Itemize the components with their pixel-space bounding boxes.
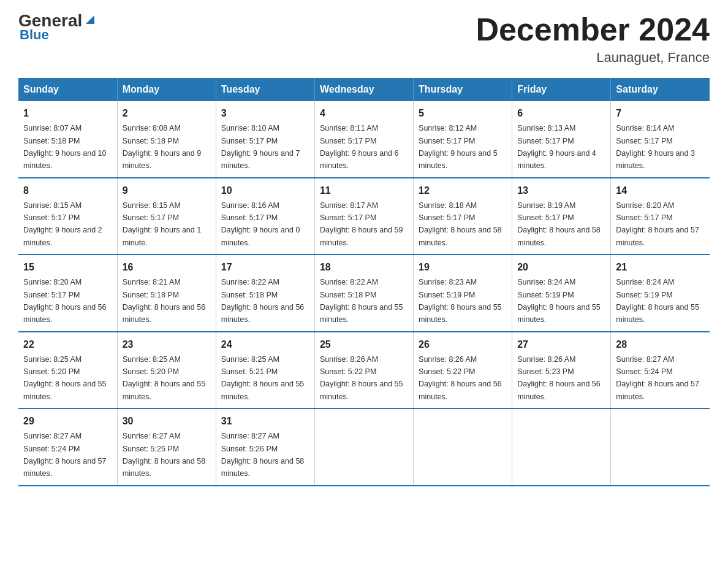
calendar-day-cell: 27 Sunrise: 8:26 AMSunset: 5:23 PMDaylig…: [512, 332, 611, 409]
day-number: 27: [517, 337, 605, 352]
calendar-day-cell: [512, 408, 611, 486]
calendar-day-cell: 8 Sunrise: 8:15 AMSunset: 5:17 PMDayligh…: [18, 178, 117, 255]
day-info: Sunrise: 8:27 AMSunset: 5:25 PMDaylight:…: [123, 432, 206, 478]
day-number: 2: [123, 106, 211, 121]
weekday-header-friday: Friday: [512, 78, 611, 101]
day-info: Sunrise: 8:12 AMSunset: 5:17 PMDaylight:…: [419, 124, 498, 170]
calendar-day-cell: 4 Sunrise: 8:11 AMSunset: 5:17 PMDayligh…: [314, 101, 413, 178]
calendar-day-cell: [611, 408, 710, 486]
day-info: Sunrise: 8:26 AMSunset: 5:22 PMDaylight:…: [419, 355, 502, 401]
day-number: 17: [221, 260, 309, 275]
day-number: 4: [320, 106, 408, 121]
day-info: Sunrise: 8:27 AMSunset: 5:26 PMDaylight:…: [221, 432, 305, 478]
day-number: 25: [320, 337, 408, 352]
day-number: 24: [221, 337, 309, 352]
logo: General Blue: [18, 12, 97, 43]
calendar-day-cell: [414, 408, 512, 486]
day-info: Sunrise: 8:20 AMSunset: 5:17 PMDaylight:…: [23, 278, 107, 324]
day-number: 31: [221, 414, 309, 429]
day-number: 15: [23, 260, 112, 275]
day-info: Sunrise: 8:08 AMSunset: 5:18 PMDaylight:…: [123, 124, 202, 170]
day-info: Sunrise: 8:22 AMSunset: 5:18 PMDaylight:…: [320, 278, 403, 324]
day-number: 22: [23, 337, 112, 352]
calendar-week-row: 8 Sunrise: 8:15 AMSunset: 5:17 PMDayligh…: [18, 178, 710, 255]
day-info: Sunrise: 8:07 AMSunset: 5:18 PMDaylight:…: [23, 124, 107, 170]
day-info: Sunrise: 8:25 AMSunset: 5:21 PMDaylight:…: [221, 355, 305, 401]
day-info: Sunrise: 8:17 AMSunset: 5:17 PMDaylight:…: [320, 201, 403, 247]
calendar-day-cell: 17 Sunrise: 8:22 AMSunset: 5:18 PMDaylig…: [216, 255, 314, 332]
weekday-header-monday: Monday: [117, 78, 216, 101]
day-number: 23: [123, 337, 211, 352]
calendar-day-cell: 13 Sunrise: 8:19 AMSunset: 5:17 PMDaylig…: [512, 178, 611, 255]
day-number: 26: [419, 337, 507, 352]
weekday-header-sunday: Sunday: [18, 78, 117, 101]
calendar-day-cell: 2 Sunrise: 8:08 AMSunset: 5:18 PMDayligh…: [117, 101, 216, 178]
calendar-week-row: 29 Sunrise: 8:27 AMSunset: 5:24 PMDaylig…: [18, 408, 710, 486]
title-block: December 2024 Launaguet, France: [476, 12, 710, 66]
calendar-day-cell: 31 Sunrise: 8:27 AMSunset: 5:26 PMDaylig…: [216, 408, 314, 486]
day-number: 13: [517, 183, 605, 198]
day-number: 11: [320, 183, 408, 198]
svg-marker-0: [86, 15, 94, 24]
calendar-day-cell: 10 Sunrise: 8:16 AMSunset: 5:17 PMDaylig…: [216, 178, 314, 255]
day-info: Sunrise: 8:18 AMSunset: 5:17 PMDaylight:…: [419, 201, 502, 247]
day-number: 6: [517, 106, 605, 121]
day-number: 9: [123, 183, 211, 198]
calendar-day-cell: 14 Sunrise: 8:20 AMSunset: 5:17 PMDaylig…: [611, 178, 710, 255]
weekday-header-thursday: Thursday: [414, 78, 512, 101]
calendar-day-cell: 11 Sunrise: 8:17 AMSunset: 5:17 PMDaylig…: [314, 178, 413, 255]
weekday-header-tuesday: Tuesday: [216, 78, 314, 101]
calendar-day-cell: 25 Sunrise: 8:26 AMSunset: 5:22 PMDaylig…: [314, 332, 413, 409]
day-info: Sunrise: 8:27 AMSunset: 5:24 PMDaylight:…: [23, 432, 107, 478]
day-number: 16: [123, 260, 211, 275]
logo-triangle-icon: [83, 13, 97, 26]
calendar-week-row: 1 Sunrise: 8:07 AMSunset: 5:18 PMDayligh…: [18, 101, 710, 178]
day-number: 10: [221, 183, 309, 198]
day-info: Sunrise: 8:10 AMSunset: 5:17 PMDaylight:…: [221, 124, 300, 170]
calendar-day-cell: 24 Sunrise: 8:25 AMSunset: 5:21 PMDaylig…: [216, 332, 314, 409]
day-info: Sunrise: 8:25 AMSunset: 5:20 PMDaylight:…: [123, 355, 206, 401]
day-number: 19: [419, 260, 507, 275]
day-info: Sunrise: 8:22 AMSunset: 5:18 PMDaylight:…: [221, 278, 305, 324]
day-info: Sunrise: 8:19 AMSunset: 5:17 PMDaylight:…: [517, 201, 601, 247]
day-number: 29: [23, 414, 112, 429]
calendar-day-cell: [314, 408, 413, 486]
day-number: 7: [616, 106, 705, 121]
logo-blue: Blue: [20, 27, 49, 43]
day-info: Sunrise: 8:24 AMSunset: 5:19 PMDaylight:…: [517, 278, 601, 324]
day-info: Sunrise: 8:25 AMSunset: 5:20 PMDaylight:…: [23, 355, 107, 401]
calendar-day-cell: 12 Sunrise: 8:18 AMSunset: 5:17 PMDaylig…: [414, 178, 512, 255]
calendar-day-cell: 6 Sunrise: 8:13 AMSunset: 5:17 PMDayligh…: [512, 101, 611, 178]
calendar-day-cell: 5 Sunrise: 8:12 AMSunset: 5:17 PMDayligh…: [414, 101, 512, 178]
day-info: Sunrise: 8:23 AMSunset: 5:19 PMDaylight:…: [419, 278, 502, 324]
day-number: 30: [123, 414, 211, 429]
calendar-day-cell: 26 Sunrise: 8:26 AMSunset: 5:22 PMDaylig…: [414, 332, 512, 409]
day-info: Sunrise: 8:16 AMSunset: 5:17 PMDaylight:…: [221, 201, 300, 247]
calendar-week-row: 15 Sunrise: 8:20 AMSunset: 5:17 PMDaylig…: [18, 255, 710, 332]
day-info: Sunrise: 8:11 AMSunset: 5:17 PMDaylight:…: [320, 124, 399, 170]
day-info: Sunrise: 8:15 AMSunset: 5:17 PMDaylight:…: [123, 201, 202, 247]
day-info: Sunrise: 8:13 AMSunset: 5:17 PMDaylight:…: [517, 124, 596, 170]
day-info: Sunrise: 8:27 AMSunset: 5:24 PMDaylight:…: [616, 355, 699, 401]
day-number: 14: [616, 183, 705, 198]
day-info: Sunrise: 8:26 AMSunset: 5:22 PMDaylight:…: [320, 355, 403, 401]
weekday-header-wednesday: Wednesday: [314, 78, 413, 101]
weekday-header-saturday: Saturday: [611, 78, 710, 101]
day-number: 18: [320, 260, 408, 275]
calendar-day-cell: 30 Sunrise: 8:27 AMSunset: 5:25 PMDaylig…: [117, 408, 216, 486]
calendar-day-cell: 16 Sunrise: 8:21 AMSunset: 5:18 PMDaylig…: [117, 255, 216, 332]
calendar-day-cell: 29 Sunrise: 8:27 AMSunset: 5:24 PMDaylig…: [18, 408, 117, 486]
day-info: Sunrise: 8:15 AMSunset: 5:17 PMDaylight:…: [23, 201, 102, 247]
calendar-day-cell: 1 Sunrise: 8:07 AMSunset: 5:18 PMDayligh…: [18, 101, 117, 178]
day-number: 20: [517, 260, 605, 275]
day-number: 12: [419, 183, 507, 198]
day-info: Sunrise: 8:24 AMSunset: 5:19 PMDaylight:…: [616, 278, 699, 324]
calendar-day-cell: 22 Sunrise: 8:25 AMSunset: 5:20 PMDaylig…: [18, 332, 117, 409]
day-number: 1: [23, 106, 112, 121]
calendar-day-cell: 15 Sunrise: 8:20 AMSunset: 5:17 PMDaylig…: [18, 255, 117, 332]
calendar-day-cell: 20 Sunrise: 8:24 AMSunset: 5:19 PMDaylig…: [512, 255, 611, 332]
calendar-day-cell: 21 Sunrise: 8:24 AMSunset: 5:19 PMDaylig…: [611, 255, 710, 332]
weekday-header-row: SundayMondayTuesdayWednesdayThursdayFrid…: [18, 78, 710, 101]
day-info: Sunrise: 8:14 AMSunset: 5:17 PMDaylight:…: [616, 124, 695, 170]
day-number: 28: [616, 337, 705, 352]
